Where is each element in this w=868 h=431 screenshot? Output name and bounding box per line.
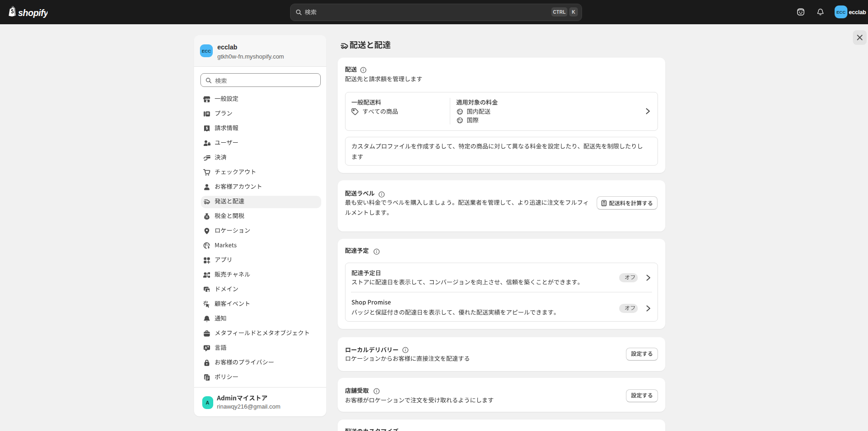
svg-text:shopify: shopify: [18, 7, 48, 17]
